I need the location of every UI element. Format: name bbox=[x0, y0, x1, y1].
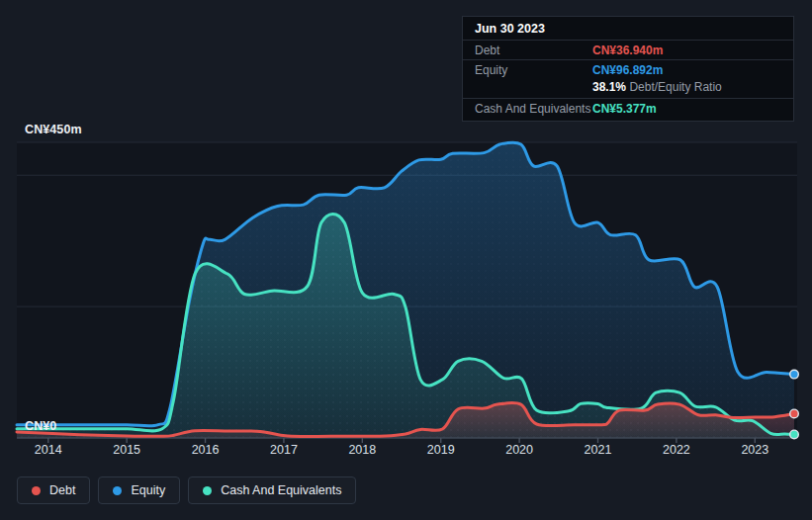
y-axis-max-label: CN¥450m bbox=[25, 123, 82, 136]
chart-legend: Debt Equity Cash And Equivalents bbox=[17, 477, 356, 504]
x-axis-label-2018: 2018 bbox=[340, 443, 384, 457]
cash-endpoint-dot bbox=[790, 430, 799, 439]
cash-legend-dot bbox=[203, 486, 212, 495]
tooltip-equity-value: CN¥96.892m bbox=[592, 63, 781, 77]
legend-item-cash[interactable]: Cash And Equivalents bbox=[188, 477, 356, 504]
x-axis-label-2019: 2019 bbox=[419, 443, 463, 457]
x-axis-label-2014: 2014 bbox=[27, 443, 70, 457]
x-axis-label-2020: 2020 bbox=[497, 443, 541, 457]
x-axis-label-2022: 2022 bbox=[655, 443, 698, 457]
tooltip-date: Jun 30 2023 bbox=[463, 17, 793, 40]
financial-history-chart: CN¥450m CN¥0 201420152016201720182019202… bbox=[0, 0, 812, 520]
tooltip-row-cash: Cash And Equivalents CN¥5.377m bbox=[463, 98, 793, 121]
x-axis-label-2015: 2015 bbox=[105, 443, 148, 457]
equity-endpoint-dot bbox=[790, 370, 799, 379]
equity-legend-label: Equity bbox=[131, 483, 165, 497]
tooltip-ratio-row: 38.1% Debt/Equity Ratio bbox=[463, 79, 793, 98]
x-axis-label-2023: 2023 bbox=[733, 443, 776, 457]
tooltip-equity-label: Equity bbox=[475, 63, 592, 77]
tooltip-debt-value: CN¥36.940m bbox=[592, 43, 781, 57]
cash-legend-label: Cash And Equivalents bbox=[221, 483, 341, 497]
tooltip-row-equity: Equity CN¥96.892m bbox=[463, 59, 793, 79]
debt-endpoint-dot bbox=[790, 409, 799, 418]
debt-legend-dot bbox=[32, 486, 41, 495]
x-axis-label-2016: 2016 bbox=[184, 443, 227, 457]
legend-item-debt[interactable]: Debt bbox=[17, 477, 90, 504]
x-axis-label-2017: 2017 bbox=[262, 443, 306, 457]
tooltip-row-debt: Debt CN¥36.940m bbox=[463, 40, 793, 59]
tooltip-debt-label: Debt bbox=[475, 43, 592, 57]
legend-item-equity[interactable]: Equity bbox=[98, 477, 180, 504]
equity-legend-dot bbox=[113, 486, 122, 495]
tooltip-cash-value: CN¥5.377m bbox=[592, 102, 781, 116]
debt-equity-ratio-label: Debt/Equity Ratio bbox=[629, 80, 721, 94]
y-axis-zero-label: CN¥0 bbox=[25, 419, 56, 433]
x-axis-label-2021: 2021 bbox=[577, 443, 620, 457]
debt-legend-label: Debt bbox=[49, 483, 75, 497]
tooltip-cash-label: Cash And Equivalents bbox=[475, 102, 592, 116]
debt-equity-ratio-value: 38.1% bbox=[592, 80, 626, 94]
tooltip-panel: Jun 30 2023 Debt CN¥36.940m Equity CN¥96… bbox=[462, 16, 794, 122]
